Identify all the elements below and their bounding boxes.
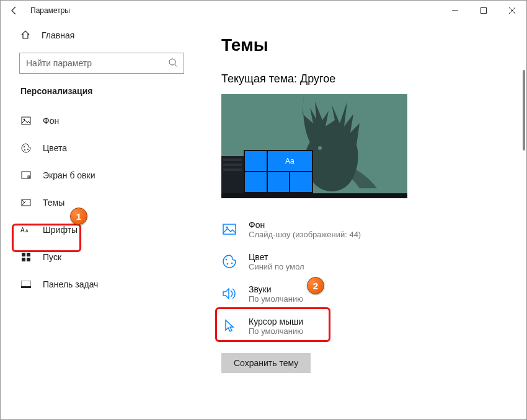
svg-rect-13 [22, 199, 30, 206]
setting-background[interactable]: Фон Слайд-шоу (изображений: 44) [221, 213, 526, 245]
setting-title: Цвет [249, 252, 304, 262]
svg-rect-17 [27, 253, 30, 256]
sidebar-item-label: Пуск [43, 252, 61, 262]
svg-point-10 [27, 149, 29, 150]
main-content: Темы Текущая тема: Другое Aa [203, 20, 526, 419]
sound-icon [221, 287, 237, 300]
svg-rect-21 [21, 286, 31, 288]
start-icon [20, 253, 32, 261]
svg-rect-6 [22, 117, 30, 125]
svg-rect-16 [22, 253, 25, 256]
palette-icon [221, 255, 237, 268]
sidebar-item-label: Фон [43, 116, 59, 126]
svg-point-8 [24, 146, 25, 147]
sidebar-item-taskbar[interactable]: Панель задач [1, 271, 203, 298]
svg-point-27 [231, 263, 233, 265]
svg-rect-11 [22, 172, 30, 178]
minimize-button[interactable] [441, 1, 469, 20]
setting-sub: По умолчанию [249, 294, 303, 304]
svg-rect-18 [22, 258, 25, 261]
search-icon [168, 58, 178, 70]
sidebar-item-start[interactable]: Пуск [1, 243, 203, 271]
sample-tile: Aa [268, 151, 312, 171]
sidebar-home[interactable]: Главная [1, 24, 203, 46]
lockscreen-icon [20, 170, 32, 180]
svg-rect-19 [27, 258, 30, 261]
svg-line-5 [175, 64, 177, 67]
svg-point-25 [226, 259, 228, 261]
maximize-button[interactable] [469, 1, 498, 20]
sidebar-item-label: Экран б овки [43, 170, 95, 180]
scrollbar-thumb[interactable] [523, 70, 525, 151]
picture-icon [221, 222, 237, 236]
themes-icon [20, 198, 32, 208]
search-wrap [19, 53, 184, 74]
page-title: Темы [221, 35, 526, 55]
setting-color[interactable]: Цвет Синий по умол [221, 245, 526, 278]
window-title: Параметры [30, 6, 70, 15]
window-controls [441, 1, 526, 20]
svg-rect-23 [223, 224, 236, 234]
setting-sub: Синий по умол [249, 262, 304, 271]
close-button[interactable] [498, 1, 526, 20]
setting-title: Звуки [249, 284, 303, 294]
theme-preview[interactable]: Aa [221, 94, 407, 198]
svg-rect-12 [28, 176, 30, 178]
taskbar-icon [20, 281, 32, 288]
sidebar-home-label: Главная [42, 30, 74, 40]
svg-point-26 [227, 263, 229, 265]
setting-cursor[interactable]: Курсор мыши По умолчанию [221, 310, 526, 342]
sidebar-item-label: Темы [43, 198, 64, 208]
fonts-icon: AA [20, 225, 32, 234]
sidebar-item-colors[interactable]: Цвета [1, 134, 203, 162]
svg-text:A: A [20, 227, 25, 234]
cursor-icon [221, 319, 237, 333]
sidebar-item-label: Цвета [43, 143, 67, 153]
svg-text:A: A [25, 229, 29, 233]
sidebar-item-label: Шрифты [43, 225, 78, 235]
current-theme-label: Текущая тема: Другое [221, 72, 526, 85]
home-icon [20, 30, 30, 42]
sidebar: Главная Персонализация Фон Цвета Экран б… [1, 20, 203, 419]
sidebar-item-background[interactable]: Фон [1, 107, 203, 134]
setting-title: Фон [249, 220, 361, 230]
svg-point-4 [169, 59, 175, 65]
sidebar-item-fonts[interactable]: AA Шрифты [1, 216, 203, 243]
setting-sub: Слайд-шоу (изображений: 44) [249, 230, 361, 239]
search-input[interactable] [19, 53, 184, 74]
back-button[interactable] [8, 4, 20, 17]
sidebar-item-label: Панель задач [43, 279, 98, 289]
sidebar-item-lockscreen[interactable]: Экран б овки [1, 162, 203, 189]
svg-rect-1 [481, 8, 487, 14]
setting-sounds[interactable]: Звуки По умолчанию [221, 278, 526, 310]
section-header: Персонализация [1, 86, 203, 107]
setting-sub: По умолчанию [249, 326, 303, 336]
palette-icon [20, 143, 32, 153]
sidebar-item-themes[interactable]: Темы [1, 189, 203, 216]
save-theme-button[interactable]: Сохранить тему [221, 353, 311, 373]
svg-point-9 [24, 149, 25, 151]
picture-icon [20, 116, 32, 126]
titlebar: Параметры [1, 1, 526, 20]
setting-title: Курсор мыши [249, 317, 303, 326]
